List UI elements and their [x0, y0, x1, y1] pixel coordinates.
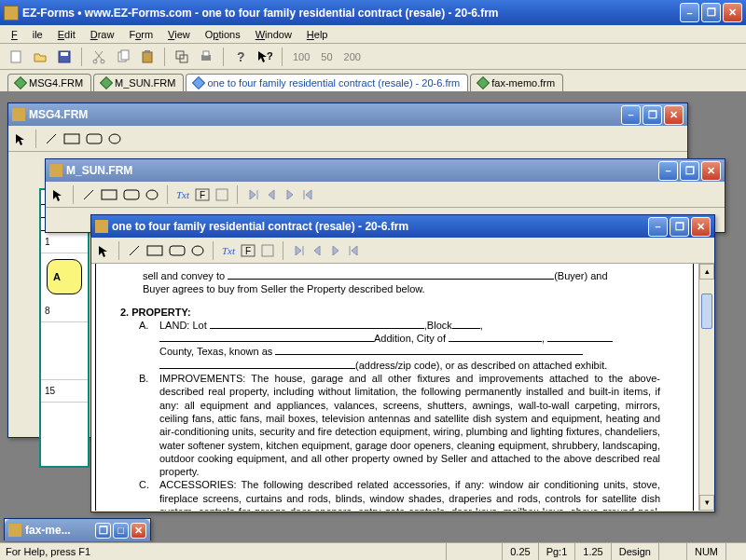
next-icon[interactable] — [329, 244, 342, 257]
maximize-button[interactable]: ❐ — [680, 161, 699, 181]
minimize-button[interactable]: – — [648, 217, 668, 237]
zoom-50[interactable]: 50 — [317, 51, 336, 62]
scroll-thumb[interactable] — [701, 294, 712, 329]
svg-rect-8 — [145, 50, 150, 53]
first-icon[interactable] — [246, 188, 259, 201]
block-field[interactable] — [452, 328, 480, 329]
document-viewport[interactable]: sell and convey to (Buyer) and Buyer agr… — [91, 264, 714, 511]
status-mode: Design — [611, 543, 658, 560]
tab-faxmemo[interactable]: fax-memo.frm — [470, 74, 563, 91]
maximize-button[interactable]: □ — [113, 523, 129, 539]
last-icon[interactable] — [348, 244, 361, 257]
minimize-button[interactable]: – — [680, 3, 699, 22]
svg-rect-6 — [121, 50, 129, 60]
mdi-area: MSG4.FRM –❐✕ Tim Month: Cal 1 A 8 15 M_S… — [0, 92, 746, 542]
child-toolbar: Txt F — [91, 238, 714, 264]
buyer-field[interactable] — [228, 279, 554, 280]
minimize-button[interactable]: – — [621, 105, 641, 125]
field-icon[interactable]: F — [195, 187, 210, 202]
copy-icon[interactable] — [113, 47, 133, 67]
menu-file[interactable]: File — [4, 27, 50, 42]
close-button[interactable]: ✕ — [664, 105, 684, 125]
svg-rect-16 — [64, 134, 79, 143]
help-icon[interactable]: ? — [230, 47, 251, 67]
svg-text:?: ? — [267, 50, 273, 61]
close-button[interactable]: ✕ — [131, 523, 146, 539]
pointer-icon[interactable] — [97, 244, 110, 257]
window-faxmemo-minimized[interactable]: fax-me... ❐□✕ — [4, 518, 151, 540]
svg-rect-27 — [147, 246, 162, 255]
image-icon[interactable] — [261, 244, 274, 257]
lot-field[interactable] — [210, 328, 424, 329]
city-field[interactable] — [449, 341, 542, 342]
maximize-button[interactable]: ❐ — [701, 3, 721, 22]
zoom-200[interactable]: 200 — [340, 51, 365, 62]
window-contract[interactable]: one to four family residential contract … — [90, 214, 715, 512]
vertical-scrollbar[interactable]: ▴ ▾ — [698, 264, 714, 511]
close-button[interactable]: ✕ — [691, 217, 711, 237]
first-icon[interactable] — [292, 244, 305, 257]
zoom-100[interactable]: 100 — [289, 51, 313, 62]
close-button[interactable]: ✕ — [723, 3, 742, 22]
new-icon[interactable] — [6, 47, 26, 67]
menu-window[interactable]: Window — [248, 27, 299, 42]
pointer-icon[interactable] — [14, 132, 27, 145]
ellipse-icon[interactable] — [108, 132, 121, 145]
window-title: M_SUN.FRM — [66, 164, 658, 177]
image-icon[interactable] — [215, 188, 228, 201]
ellipse-icon[interactable] — [191, 244, 204, 257]
tab-contract[interactable]: one to four family residential contract … — [186, 74, 468, 91]
menu-options[interactable]: Options — [198, 27, 248, 42]
svg-rect-32 — [262, 245, 273, 256]
address-field[interactable] — [275, 354, 583, 355]
menu-edit[interactable]: Edit — [50, 27, 83, 42]
menubar: File Edit Draw Form View Options Window … — [0, 25, 746, 44]
line-icon[interactable] — [45, 132, 58, 145]
save-icon[interactable] — [54, 47, 75, 67]
svg-point-18 — [109, 134, 120, 143]
menu-draw[interactable]: Draw — [83, 27, 122, 42]
tab-msg4[interactable]: MSG4.FRM — [7, 74, 91, 91]
maximize-button[interactable]: ❐ — [670, 217, 689, 237]
svg-line-19 — [84, 190, 93, 199]
restore-button[interactable]: ❐ — [95, 523, 111, 539]
close-button[interactable]: ✕ — [701, 161, 721, 181]
prev-icon[interactable] — [311, 244, 324, 257]
roundrect-icon[interactable] — [169, 245, 186, 256]
text-tool-icon[interactable]: Txt — [176, 189, 189, 200]
cascade-icon[interactable] — [172, 47, 192, 67]
svg-point-29 — [192, 246, 203, 255]
minimize-button[interactable]: – — [658, 161, 678, 181]
roundrect-icon[interactable] — [86, 133, 103, 144]
open-icon[interactable] — [30, 47, 50, 67]
rect-icon[interactable] — [146, 245, 163, 256]
section-property: 2. PROPERTY: — [120, 306, 660, 319]
maximize-button[interactable]: ❐ — [642, 105, 662, 125]
rect-icon[interactable] — [101, 189, 117, 200]
text-tool-icon[interactable]: Txt — [222, 245, 235, 256]
line-icon[interactable] — [82, 188, 95, 201]
paste-icon[interactable] — [137, 47, 158, 67]
addition-field[interactable] — [159, 341, 374, 342]
ellipse-icon[interactable] — [145, 188, 159, 201]
tab-msun[interactable]: M_SUN.FRM — [93, 74, 184, 91]
menu-help[interactable]: Help — [299, 27, 336, 42]
field-icon[interactable]: F — [241, 243, 256, 258]
rect-icon[interactable] — [63, 133, 80, 144]
whatsthis-icon[interactable]: ? — [255, 47, 275, 67]
svg-rect-12 — [203, 51, 209, 56]
print-icon[interactable] — [196, 47, 216, 67]
cut-icon[interactable] — [89, 47, 109, 67]
line-icon[interactable] — [128, 244, 141, 257]
pointer-icon[interactable] — [51, 188, 64, 201]
scroll-down-icon[interactable]: ▾ — [699, 495, 714, 511]
prev-icon[interactable] — [265, 188, 278, 201]
window-title: MSG4.FRM — [29, 108, 621, 121]
next-icon[interactable] — [283, 188, 297, 201]
menu-view[interactable]: View — [160, 27, 198, 42]
roundrect-icon[interactable] — [123, 189, 140, 200]
scroll-up-icon[interactable]: ▴ — [699, 264, 714, 280]
last-icon[interactable] — [302, 188, 315, 201]
svg-text:?: ? — [237, 49, 245, 64]
menu-form[interactable]: Form — [121, 27, 160, 42]
